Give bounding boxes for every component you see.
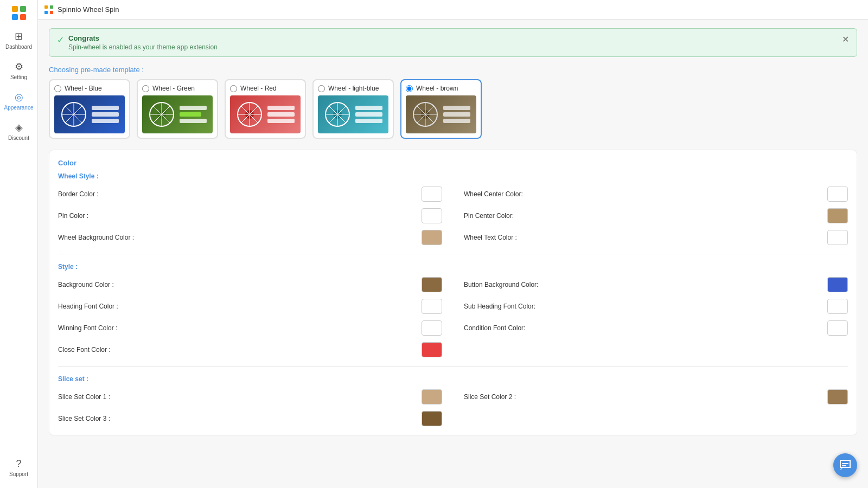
- style-grid: Background Color : Button Background Col…: [58, 277, 848, 357]
- condition-font-color-row: Condition Font Color:: [464, 320, 848, 336]
- content-area: ✓ Congrats Spin-wheel is enabled as your…: [38, 20, 868, 488]
- slice-color-2-label: Slice Set Color 2 :: [464, 393, 516, 401]
- bg-color-swatch[interactable]: [422, 277, 442, 292]
- bg-color-label: Background Color :: [58, 281, 114, 288]
- winning-font-color-label: Winning Font Color :: [58, 324, 117, 332]
- alert-text: Congrats Spin-wheel is enabled as your t…: [68, 34, 218, 51]
- border-color-swatch[interactable]: [422, 187, 442, 202]
- template-card-red[interactable]: Wheel - Red: [225, 79, 306, 139]
- main-area: Spinnio Wheel Spin ✓ Congrats Spin-wheel…: [38, 0, 868, 488]
- pin-color-swatch[interactable]: [422, 208, 442, 223]
- svg-rect-4: [44, 5, 48, 9]
- pin-center-color-swatch[interactable]: [827, 208, 848, 223]
- svg-rect-7: [50, 11, 53, 14]
- template-radio-lightblue[interactable]: [318, 85, 325, 92]
- template-card-green-header: Wheel - Green: [142, 85, 213, 92]
- sidebar-item-discount-label: Discount: [8, 135, 29, 141]
- pin-color-label: Pin Color :: [58, 212, 88, 220]
- discount-icon: ◈: [15, 121, 23, 133]
- slice-set-subsection: Slice set : Slice Set Color 1 : Slice Se…: [58, 375, 848, 426]
- winning-font-color-row: Winning Font Color :: [58, 320, 442, 336]
- close-font-color-row: Close Font Color :: [58, 342, 442, 357]
- sidebar-item-dashboard[interactable]: ⊞ Dashboard: [3, 26, 35, 54]
- heading-font-color-label: Heading Font Color :: [58, 303, 118, 310]
- template-cards-container: Wheel - Blue: [49, 79, 857, 139]
- svg-rect-6: [44, 11, 48, 14]
- svg-rect-38: [842, 463, 848, 464]
- sidebar-item-setting[interactable]: ⚙ Setting: [3, 56, 35, 85]
- template-img-red: [230, 95, 301, 133]
- sub-heading-font-color-swatch[interactable]: [827, 299, 848, 314]
- wheel-bg-color-swatch[interactable]: [422, 230, 442, 245]
- slice-color-2-swatch[interactable]: [827, 389, 848, 404]
- template-green-label: Wheel - Green: [152, 85, 195, 92]
- template-img-green: [142, 95, 213, 133]
- wheel-center-color-label: Wheel Center Color:: [464, 190, 523, 198]
- app-logo: [10, 4, 28, 22]
- template-section-label: Choosing pre-made template :: [49, 66, 857, 74]
- template-radio-blue[interactable]: [54, 85, 61, 92]
- wheel-red-lines: [267, 106, 295, 123]
- wheel-text-color-swatch[interactable]: [827, 230, 848, 245]
- winning-font-color-swatch[interactable]: [422, 320, 442, 336]
- template-blue-label: Wheel - Blue: [65, 85, 102, 92]
- button-bg-color-swatch[interactable]: [827, 277, 848, 292]
- condition-font-color-label: Condition Font Color:: [464, 324, 525, 332]
- template-radio-green[interactable]: [142, 85, 149, 92]
- heading-font-color-row: Heading Font Color :: [58, 299, 442, 314]
- border-color-row: Border Color :: [58, 187, 442, 202]
- wheel-style-grid: Border Color : Wheel Center Color: Pin C…: [58, 187, 848, 245]
- wheel-bg-color-label: Wheel Background Color :: [58, 234, 134, 241]
- template-card-brown[interactable]: Wheel - brown: [400, 79, 482, 139]
- svg-rect-1: [20, 6, 26, 12]
- appearance-icon: ◎: [15, 91, 23, 103]
- template-lightblue-label: Wheel - light-blue: [328, 85, 379, 92]
- sub-heading-font-color-label: Sub Heading Font Color:: [464, 303, 535, 310]
- pin-center-color-row: Pin Center Color:: [464, 208, 848, 223]
- sidebar-item-support[interactable]: ? Support: [3, 454, 35, 481]
- pin-color-row: Pin Color :: [58, 208, 442, 223]
- template-radio-red[interactable]: [230, 85, 237, 92]
- sidebar-item-appearance-label: Appearance: [4, 105, 34, 111]
- heading-font-color-swatch[interactable]: [422, 299, 442, 314]
- wheel-blue-lines: [92, 106, 119, 123]
- close-font-color-swatch[interactable]: [422, 342, 442, 357]
- template-radio-brown[interactable]: [406, 85, 413, 92]
- template-card-blue[interactable]: Wheel - Blue: [49, 79, 130, 139]
- template-img-brown: [406, 95, 476, 133]
- slice-color-2-row: Slice Set Color 2 :: [464, 389, 848, 404]
- color-section-title: Color: [58, 159, 848, 167]
- alert-title: Congrats: [68, 34, 218, 42]
- color-section: Color Wheel Style : Border Color : Wheel…: [49, 150, 857, 435]
- success-alert: ✓ Congrats Spin-wheel is enabled as your…: [49, 28, 857, 57]
- chat-button[interactable]: [833, 453, 857, 477]
- template-img-blue: [54, 95, 125, 133]
- wheel-center-color-swatch[interactable]: [827, 187, 848, 202]
- wheel-green-lines: [180, 106, 207, 123]
- wheel-text-color-label: Wheel Text Color :: [464, 234, 517, 241]
- divider-1: [58, 254, 848, 254]
- template-card-red-header: Wheel - Red: [230, 85, 301, 92]
- style-title: Style :: [58, 263, 848, 271]
- sidebar-item-discount[interactable]: ◈ Discount: [3, 117, 35, 145]
- slice-color-3-swatch[interactable]: [422, 411, 442, 426]
- border-color-label: Border Color :: [58, 190, 99, 198]
- app-title: Spinnio Wheel Spin: [58, 5, 119, 14]
- slice-color-3-label: Slice Set Color 3 :: [58, 415, 110, 422]
- svg-rect-5: [50, 5, 53, 9]
- template-card-lightblue[interactable]: Wheel - light-blue: [312, 79, 394, 139]
- slice-color-1-swatch[interactable]: [422, 389, 442, 404]
- alert-close-button[interactable]: ✕: [842, 34, 849, 44]
- wheel-style-subsection: Wheel Style : Border Color : Wheel Cente…: [58, 172, 848, 245]
- slice-color-1-label: Slice Set Color 1 :: [58, 393, 110, 401]
- sidebar-item-appearance[interactable]: ◎ Appearance: [3, 87, 35, 115]
- condition-font-color-swatch[interactable]: [827, 320, 848, 336]
- pin-center-color-label: Pin Center Color:: [464, 212, 514, 220]
- wheel-brown-lines: [443, 106, 470, 123]
- slice-color-1-row: Slice Set Color 1 :: [58, 389, 442, 404]
- sidebar-item-setting-label: Setting: [10, 74, 27, 80]
- slice-color-3-row: Slice Set Color 3 :: [58, 411, 442, 426]
- svg-rect-39: [842, 465, 846, 466]
- alert-subtitle: Spin-wheel is enabled as your theme app …: [68, 43, 218, 51]
- template-card-green[interactable]: Wheel - Green: [137, 79, 218, 139]
